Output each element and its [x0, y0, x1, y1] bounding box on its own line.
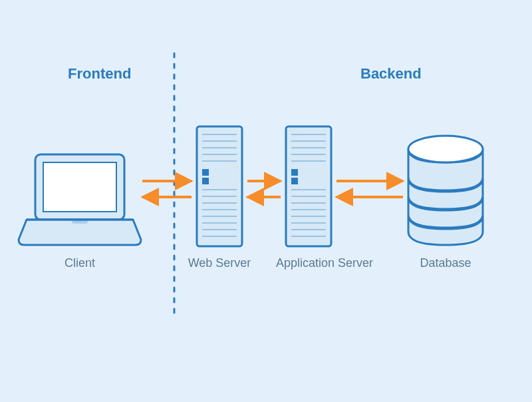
app-server-icon — [286, 126, 331, 246]
connection-app-database — [336, 181, 403, 197]
connection-web-app — [247, 181, 281, 197]
database-icon — [408, 136, 483, 245]
svg-rect-34 — [291, 169, 298, 176]
architecture-diagram — [0, 0, 532, 402]
svg-rect-18 — [202, 169, 209, 176]
web-server-icon — [197, 126, 242, 246]
svg-rect-19 — [202, 178, 209, 184]
connection-client-web — [142, 181, 192, 197]
svg-rect-3 — [72, 220, 88, 224]
svg-rect-1 — [43, 162, 116, 212]
svg-rect-20 — [286, 126, 331, 246]
svg-rect-4 — [197, 126, 242, 246]
svg-rect-35 — [291, 178, 298, 184]
svg-point-36 — [408, 136, 483, 162]
client-icon — [19, 154, 141, 245]
